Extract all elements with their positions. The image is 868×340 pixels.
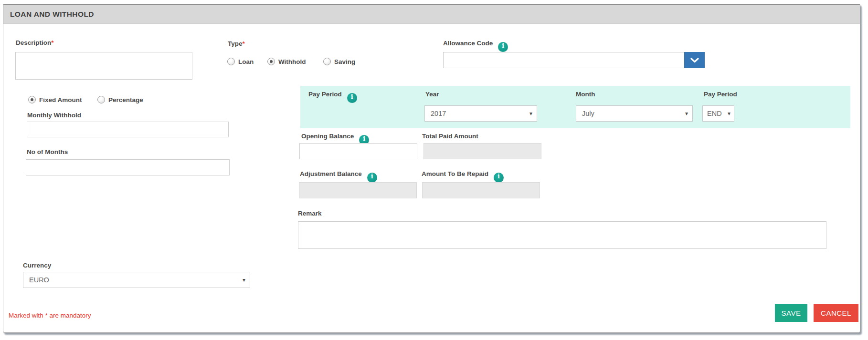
cancel-button[interactable]: CANCEL <box>814 304 858 322</box>
save-button[interactable]: SAVE <box>775 304 807 322</box>
radio-icon[interactable] <box>267 58 275 65</box>
adjustment-balance-label: Adjustment Balance <box>300 170 377 183</box>
month-select[interactable]: July <box>576 105 693 122</box>
adjustment-balance-input <box>299 182 417 198</box>
info-icon[interactable] <box>347 93 357 103</box>
amount-to-be-repaid-label: Amount To Be Repaid <box>422 170 504 183</box>
info-icon[interactable] <box>367 173 377 183</box>
year-select[interactable]: 2017 <box>424 105 537 122</box>
pay-period-section-label: Pay Period <box>308 91 357 103</box>
month-label: Month <box>576 91 595 98</box>
currency-label: Currency <box>23 262 51 269</box>
panel-header: LOAN AND WITHHOLD <box>3 5 860 24</box>
dropdown-arrow-icon <box>529 111 532 116</box>
dropdown-arrow-icon <box>728 111 730 116</box>
amount-mode-radio-fixed[interactable]: Fixed Amount <box>28 96 82 103</box>
fixed-amount-label: Fixed Amount <box>39 96 82 103</box>
allowance-code-value[interactable] <box>443 52 684 68</box>
monthly-withhold-input[interactable] <box>27 122 229 137</box>
monthly-withhold-label: Monthly Withhold <box>27 112 81 119</box>
dropdown-arrow-icon <box>243 277 245 283</box>
radio-icon[interactable] <box>227 58 235 65</box>
type-radio-loan-label: Loan <box>238 58 254 65</box>
pay-period-section: Pay Period Year 2017 Month July Pay Peri… <box>300 86 850 128</box>
info-icon[interactable] <box>498 42 508 52</box>
type-radio-loan[interactable]: Loan <box>227 58 254 65</box>
radio-icon[interactable] <box>28 96 36 103</box>
allowance-code-select[interactable] <box>443 52 705 68</box>
chevron-down-icon <box>690 58 699 63</box>
year-label: Year <box>425 91 439 98</box>
currency-select[interactable]: EURO <box>23 272 250 288</box>
total-paid-amount-input <box>423 143 541 159</box>
pay-period-select[interactable]: END <box>702 105 734 122</box>
amount-to-be-repaid-input <box>422 182 540 198</box>
type-radio-withhold-label: Withhold <box>278 58 306 65</box>
info-icon[interactable] <box>494 173 504 183</box>
percentage-label: Percentage <box>108 96 143 103</box>
dropdown-arrow-icon <box>685 111 688 116</box>
loan-withhold-panel: LOAN AND WITHHOLD Description* Type* Loa… <box>3 4 860 333</box>
currency-select-value: EURO <box>29 276 49 284</box>
total-paid-amount-label: Total Paid Amount <box>422 133 478 140</box>
opening-balance-input[interactable] <box>299 143 417 159</box>
type-radio-saving[interactable]: Saving <box>323 58 355 65</box>
type-radio-saving-label: Saving <box>334 58 355 65</box>
no-of-months-input[interactable] <box>26 159 230 175</box>
no-of-months-label: No of Months <box>27 148 68 155</box>
remark-textarea[interactable] <box>298 221 826 249</box>
allowance-code-dropdown-button[interactable] <box>684 52 705 68</box>
required-asterisk: * <box>51 39 53 46</box>
pay-period-label: Pay Period <box>704 91 737 98</box>
mandatory-note: Marked with * are mandatory <box>9 312 91 319</box>
description-textarea[interactable] <box>15 52 192 80</box>
amount-mode-radio-percentage[interactable]: Percentage <box>97 96 143 103</box>
page-title: LOAN AND WITHHOLD <box>10 10 94 19</box>
type-label: Type* <box>228 40 245 47</box>
allowance-code-label: Allowance Code <box>443 40 508 52</box>
pay-period-select-value: END <box>707 110 722 117</box>
radio-icon[interactable] <box>97 96 105 103</box>
month-select-value: July <box>582 110 594 117</box>
description-label: Description* <box>16 39 54 46</box>
remark-label: Remark <box>298 210 322 217</box>
type-radio-withhold[interactable]: Withhold <box>267 58 306 65</box>
radio-icon[interactable] <box>323 58 331 65</box>
required-asterisk: * <box>243 40 245 47</box>
year-select-value: 2017 <box>431 110 446 117</box>
